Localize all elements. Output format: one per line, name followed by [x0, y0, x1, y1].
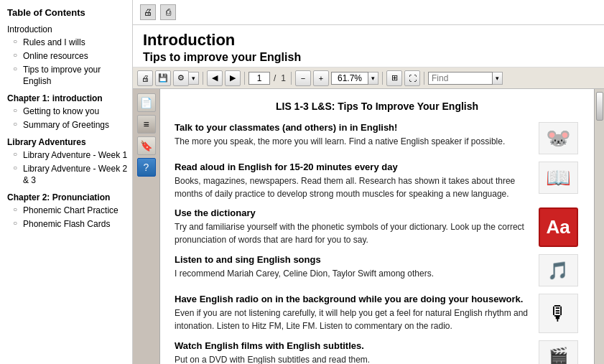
bullet-icon: ○ — [13, 164, 23, 172]
scroll-thumb[interactable] — [596, 92, 603, 121]
sidebar-item-label: Online resources — [23, 50, 129, 62]
zoom-input[interactable] — [331, 72, 368, 85]
toolbar-nav-button[interactable]: ⚙ — [173, 70, 189, 86]
sidebar-item-phonemic-flash[interactable]: ○ Phonemic Flash Cards — [0, 218, 132, 231]
bullet-icon: ○ — [13, 65, 23, 73]
section-title-films: Watch English films with English subtitl… — [175, 340, 529, 351]
sidebar-section-chapter1: Chapter 1: introduction ○ Getting to kno… — [0, 90, 132, 132]
section-title-talk: Talk to your classmates (and others) in … — [175, 122, 529, 133]
sidebar-item-label: Summary of Greetings — [23, 119, 129, 131]
sidebar-item-tips[interactable]: ○ Tips to improve your English — [0, 63, 132, 89]
print-button[interactable]: 🖨 — [140, 4, 156, 20]
panel-pages-icon[interactable]: 📄 — [137, 93, 156, 112]
doc-main-title: LIS 1-3 L&S: Tips To Improve Your Englis… — [175, 101, 580, 112]
sidebar-item-lib1[interactable]: ○ Library Adventure - Week 1 — [0, 149, 132, 162]
section-body-talk: The more you speak, the more you will le… — [175, 135, 529, 148]
sidebar-item-getting[interactable]: ○ Getting to know you — [0, 105, 132, 118]
doc-section-radio: Have English radio on in the background … — [175, 294, 580, 333]
toolbar-separator — [203, 72, 203, 85]
sidebar-section-library: Library Adventures ○ Library Adventure -… — [0, 134, 132, 187]
toolbar-zoom-out-button[interactable]: − — [295, 70, 311, 86]
section-body-listen: I recommend Mariah Carey, Celine Dion, T… — [175, 267, 529, 280]
panel-help-icon[interactable]: ? — [137, 158, 156, 177]
toolbar-nav-dropdown[interactable]: ▾ — [189, 72, 199, 85]
sidebar-item-lib2[interactable]: ○ Library Adventure - Week 2 & 3 — [0, 162, 132, 188]
section-title-radio: Have English radio on in the background … — [175, 294, 529, 304]
doc-section-dictionary: Use the dictionary Try and familiarise y… — [175, 207, 580, 247]
sidebar-item-label: Phonemic Chart Practice — [23, 205, 129, 217]
toolbar-back-button[interactable]: ◀ — [207, 70, 223, 86]
music-icon: 🎵 — [539, 254, 578, 286]
sidebar-title: Table of Contents — [0, 4, 132, 22]
doc-section-listen: Listen to and sing English songs I recom… — [175, 254, 580, 286]
panel-bookmarks-icon[interactable]: 🔖 — [137, 136, 156, 155]
doc-section-films-text: Watch English films with English subtitl… — [175, 340, 529, 364]
doc-section-films-img: 🎬 Video — [536, 340, 580, 364]
page-total-label: 1 — [279, 73, 287, 83]
doc-section-radio-text: Have English radio on in the background … — [175, 294, 529, 332]
section-title-dict: Use the dictionary — [175, 207, 529, 218]
doc-section-films: Watch English films with English subtitl… — [175, 340, 580, 364]
bullet-icon: ○ — [13, 219, 23, 227]
content-header: Introduction Tips to improve your Englis… — [133, 25, 604, 67]
sidebar-item-label: Library Adventure - Week 2 & 3 — [23, 163, 129, 187]
doc-section-read: Read aloud in English for 15-20 minutes … — [175, 162, 580, 200]
toolbar-fullscreen-button[interactable]: ⛶ — [404, 70, 420, 86]
section-title-read: Read aloud in English for 15-20 minutes … — [175, 162, 529, 172]
viewer-main: 📄 ≡ 🔖 ? LIS 1-3 L&S: Tips To Improve You… — [133, 89, 604, 364]
section-body-read: Books, magazines, newspapers. Read them … — [175, 174, 529, 200]
sidebar-section-label-introduction[interactable]: Introduction — [0, 22, 132, 36]
doc-section-talk-text: Talk to your classmates (and others) in … — [175, 122, 529, 148]
sidebar-item-label: Tips to improve your English — [23, 64, 129, 88]
section-body-radio: Even if you are not listening carefully,… — [175, 307, 529, 332]
viewer-toolbar: 🖨 💾 ⚙ ▾ ◀ ▶ / 1 − + ▾ ⊞ ⛶ — [133, 67, 604, 89]
top-header: 🖨 ⎙ — [133, 0, 604, 25]
document-content: LIS 1-3 L&S: Tips To Improve Your Englis… — [160, 89, 594, 364]
doc-section-talk-img: 🐭 — [536, 122, 580, 154]
sidebar-item-label: Rules and I wills — [23, 37, 129, 49]
toolbar-separator5 — [424, 72, 424, 85]
find-dropdown[interactable]: ▾ — [493, 72, 503, 85]
scrollbar[interactable] — [594, 89, 604, 364]
sidebar-item-online[interactable]: ○ Online resources — [0, 50, 132, 63]
bullet-icon: ○ — [13, 120, 23, 128]
bullet-icon: ○ — [13, 150, 23, 158]
page-title: Introduction — [143, 31, 594, 50]
find-input[interactable] — [428, 72, 493, 85]
main-area: 🖨 ⎙ Introduction Tips to improve your En… — [133, 0, 604, 364]
sidebar-item-summary[interactable]: ○ Summary of Greetings — [0, 118, 132, 132]
doc-section-listen-img: 🎵 — [536, 254, 580, 286]
page-number-input[interactable] — [248, 72, 270, 85]
panel-toc-icon[interactable]: ≡ — [137, 115, 156, 134]
toolbar-forward-button[interactable]: ▶ — [225, 70, 241, 86]
toolbar-separator2 — [244, 72, 245, 85]
doc-section-read-text: Read aloud in English for 15-20 minutes … — [175, 162, 529, 200]
zoom-dropdown[interactable]: ▾ — [368, 72, 378, 85]
doc-section-dict-img: Aa — [536, 207, 580, 247]
bullet-icon: ○ — [13, 205, 23, 213]
sidebar-chapter-label-2[interactable]: Chapter 2: Pronunciation — [0, 189, 132, 204]
sidebar-chapter-label-library[interactable]: Library Adventures — [0, 134, 132, 149]
doc-section-listen-text: Listen to and sing English songs I recom… — [175, 254, 529, 280]
toolbar-separator3 — [291, 72, 292, 85]
sidebar-item-phonemic-chart[interactable]: ○ Phonemic Chart Practice — [0, 204, 132, 218]
toolbar-separator4 — [382, 72, 383, 85]
viewer-area: 🖨 💾 ⚙ ▾ ◀ ▶ / 1 − + ▾ ⊞ ⛶ — [133, 67, 604, 364]
toolbar-fit-button[interactable]: ⊞ — [386, 70, 402, 86]
toolbar-save-button[interactable]: 💾 — [155, 70, 171, 86]
toolbar-zoom-in-button[interactable]: + — [313, 70, 329, 86]
doc-section-dictionary-text: Use the dictionary Try and familiarise y… — [175, 207, 529, 246]
radio-icon: 🎙 — [539, 294, 578, 333]
sidebar-item-rules[interactable]: ○ Rules and I wills — [0, 36, 132, 50]
sidebar-section-introduction: Introduction ○ Rules and I wills ○ Onlin… — [0, 22, 132, 88]
sidebar-chapter-label-1[interactable]: Chapter 1: introduction — [0, 90, 132, 105]
toolbar-print-button[interactable]: 🖨 — [137, 70, 153, 86]
page-separator-label: / — [272, 73, 277, 83]
sidebar-item-label: Phonemic Flash Cards — [23, 218, 129, 230]
mouse-icon: 🐭 — [539, 122, 578, 154]
section-body-films: Put on a DVD with English subtitles and … — [175, 353, 529, 364]
bullet-icon: ○ — [13, 51, 23, 59]
page-subtitle: Tips to improve your English — [143, 51, 594, 64]
print2-button[interactable]: ⎙ — [160, 4, 176, 20]
sidebar-section-chapter2: Chapter 2: Pronunciation ○ Phonemic Char… — [0, 189, 132, 231]
